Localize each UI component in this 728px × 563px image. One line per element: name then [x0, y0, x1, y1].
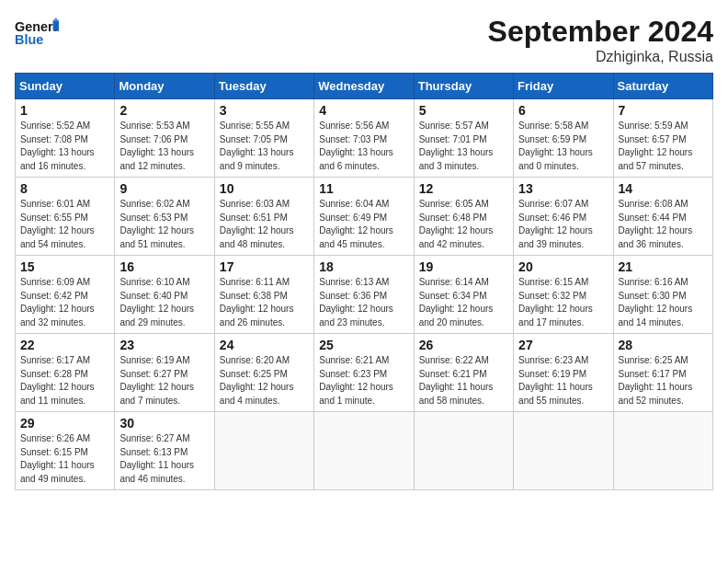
table-row: 12 Sunrise: 6:05 AM Sunset: 6:48 PM Dayl… [414, 178, 513, 256]
daylight-label: Daylight: 11 hours and 58 minutes. [419, 382, 494, 406]
calendar-week-row: 22 Sunrise: 6:17 AM Sunset: 6:28 PM Dayl… [16, 334, 713, 412]
day-number: 1 [20, 103, 109, 118]
daylight-label: Daylight: 12 hours and 42 minutes. [419, 225, 494, 249]
table-row: 29 Sunrise: 6:26 AM Sunset: 6:15 PM Dayl… [16, 412, 115, 490]
day-number: 24 [220, 338, 309, 352]
day-number: 28 [619, 338, 708, 352]
col-sunday: Sunday [16, 74, 115, 99]
daylight-label: Daylight: 12 hours and 36 minutes. [619, 225, 693, 249]
day-info: Sunrise: 6:16 AM Sunset: 6:30 PM Dayligh… [619, 276, 708, 329]
sunset-label: Sunset: 6:15 PM [20, 447, 88, 457]
daylight-label: Daylight: 13 hours and 3 minutes. [419, 147, 494, 171]
sunrise-label: Sunrise: 6:08 AM [619, 199, 688, 209]
sunrise-label: Sunrise: 6:15 AM [518, 277, 588, 287]
day-number: 19 [419, 259, 508, 274]
day-number: 27 [518, 338, 608, 352]
sunrise-label: Sunrise: 6:02 AM [119, 199, 189, 209]
day-number: 30 [119, 416, 209, 431]
day-number: 10 [220, 181, 309, 196]
sunrise-label: Sunrise: 6:01 AM [20, 199, 90, 209]
daylight-label: Daylight: 12 hours and 26 minutes. [220, 304, 294, 327]
sunrise-label: Sunrise: 5:53 AM [119, 121, 189, 131]
svg-text:General: General [15, 19, 59, 34]
sunrise-label: Sunrise: 6:09 AM [20, 277, 90, 287]
sunrise-label: Sunrise: 6:25 AM [619, 355, 688, 365]
table-row: 6 Sunrise: 5:58 AM Sunset: 6:59 PM Dayli… [514, 99, 613, 178]
svg-marker-2 [53, 20, 59, 30]
sunrise-label: Sunrise: 6:10 AM [119, 277, 189, 287]
calendar-week-row: 8 Sunrise: 6:01 AM Sunset: 6:55 PM Dayli… [16, 178, 713, 256]
day-number: 2 [119, 103, 209, 118]
table-row: 9 Sunrise: 6:02 AM Sunset: 6:53 PM Dayli… [115, 178, 214, 256]
day-info: Sunrise: 6:03 AM Sunset: 6:51 PM Dayligh… [220, 198, 309, 251]
daylight-label: Daylight: 12 hours and 20 minutes. [419, 304, 494, 327]
sunset-label: Sunset: 6:40 PM [119, 291, 188, 301]
day-number: 9 [119, 181, 209, 196]
daylight-label: Daylight: 11 hours and 49 minutes. [20, 460, 95, 484]
table-row: 26 Sunrise: 6:22 AM Sunset: 6:21 PM Dayl… [414, 334, 513, 412]
day-number: 12 [419, 181, 508, 196]
table-row: 21 Sunrise: 6:16 AM Sunset: 6:30 PM Dayl… [613, 256, 712, 334]
sunset-label: Sunset: 6:57 PM [619, 134, 687, 144]
daylight-label: Daylight: 12 hours and 48 minutes. [220, 225, 294, 249]
sunrise-label: Sunrise: 6:19 AM [119, 355, 189, 365]
sunset-label: Sunset: 7:08 PM [20, 134, 88, 144]
sunset-label: Sunset: 6:13 PM [119, 447, 188, 457]
sunset-label: Sunset: 6:53 PM [119, 213, 188, 223]
table-row: 2 Sunrise: 5:53 AM Sunset: 7:06 PM Dayli… [115, 99, 214, 178]
daylight-label: Daylight: 12 hours and 7 minutes. [119, 382, 194, 406]
day-info: Sunrise: 6:17 AM Sunset: 6:28 PM Dayligh… [20, 354, 109, 408]
sunrise-label: Sunrise: 6:26 AM [20, 433, 90, 443]
daylight-label: Daylight: 12 hours and 51 minutes. [119, 225, 194, 249]
daylight-label: Daylight: 12 hours and 57 minutes. [619, 147, 693, 171]
daylight-label: Daylight: 13 hours and 6 minutes. [319, 147, 393, 171]
day-info: Sunrise: 6:21 AM Sunset: 6:23 PM Dayligh… [319, 354, 408, 408]
sunrise-label: Sunrise: 6:04 AM [319, 199, 389, 209]
daylight-label: Daylight: 12 hours and 39 minutes. [518, 225, 593, 249]
sunrise-label: Sunrise: 5:56 AM [319, 121, 389, 131]
sunrise-label: Sunrise: 6:23 AM [518, 355, 588, 365]
day-info: Sunrise: 5:59 AM Sunset: 6:57 PM Dayligh… [619, 120, 708, 173]
day-number: 15 [20, 259, 109, 274]
day-number: 7 [619, 103, 708, 118]
table-row: 7 Sunrise: 5:59 AM Sunset: 6:57 PM Dayli… [613, 99, 712, 178]
day-number: 16 [119, 259, 209, 274]
table-row: 1 Sunrise: 5:52 AM Sunset: 7:08 PM Dayli… [16, 99, 115, 178]
calendar-table: Sunday Monday Tuesday Wednesday Thursday… [15, 73, 713, 490]
sunset-label: Sunset: 7:06 PM [119, 134, 188, 144]
day-info: Sunrise: 5:57 AM Sunset: 7:01 PM Dayligh… [419, 120, 508, 173]
day-info: Sunrise: 6:09 AM Sunset: 6:42 PM Dayligh… [20, 276, 109, 329]
logo-icon: General Blue [15, 15, 59, 52]
table-row: 16 Sunrise: 6:10 AM Sunset: 6:40 PM Dayl… [115, 256, 214, 334]
sunset-label: Sunset: 7:05 PM [220, 134, 288, 144]
table-row: 13 Sunrise: 6:07 AM Sunset: 6:46 PM Dayl… [514, 178, 613, 256]
day-number: 6 [518, 103, 608, 118]
day-info: Sunrise: 6:04 AM Sunset: 6:49 PM Dayligh… [319, 198, 408, 251]
day-number: 29 [20, 416, 109, 431]
table-row: 15 Sunrise: 6:09 AM Sunset: 6:42 PM Dayl… [16, 256, 115, 334]
weekday-header-row: Sunday Monday Tuesday Wednesday Thursday… [16, 74, 713, 99]
day-info: Sunrise: 6:01 AM Sunset: 6:55 PM Dayligh… [20, 198, 109, 251]
table-row: 17 Sunrise: 6:11 AM Sunset: 6:38 PM Dayl… [214, 256, 313, 334]
sunset-label: Sunset: 6:27 PM [119, 369, 188, 379]
sunrise-label: Sunrise: 6:14 AM [419, 277, 489, 287]
table-row: 28 Sunrise: 6:25 AM Sunset: 6:17 PM Dayl… [613, 334, 712, 412]
sunset-label: Sunset: 6:17 PM [619, 369, 687, 379]
table-row: 25 Sunrise: 6:21 AM Sunset: 6:23 PM Dayl… [314, 334, 414, 412]
day-info: Sunrise: 6:20 AM Sunset: 6:25 PM Dayligh… [220, 354, 309, 408]
day-info: Sunrise: 6:13 AM Sunset: 6:36 PM Dayligh… [319, 276, 408, 329]
daylight-label: Daylight: 11 hours and 52 minutes. [619, 382, 693, 406]
sunrise-label: Sunrise: 5:57 AM [419, 121, 489, 131]
sunrise-label: Sunrise: 5:58 AM [518, 121, 588, 131]
sunset-label: Sunset: 6:32 PM [518, 291, 586, 301]
sunrise-label: Sunrise: 6:22 AM [419, 355, 489, 365]
daylight-label: Daylight: 11 hours and 55 minutes. [518, 382, 593, 406]
day-number: 11 [319, 181, 408, 196]
day-number: 22 [20, 338, 109, 352]
sunrise-label: Sunrise: 6:16 AM [619, 277, 688, 287]
day-number: 5 [419, 103, 508, 118]
sunrise-label: Sunrise: 6:27 AM [119, 433, 189, 443]
calendar-week-row: 29 Sunrise: 6:26 AM Sunset: 6:15 PM Dayl… [16, 412, 713, 490]
day-info: Sunrise: 6:26 AM Sunset: 6:15 PM Dayligh… [20, 432, 109, 486]
day-number: 17 [220, 259, 309, 274]
